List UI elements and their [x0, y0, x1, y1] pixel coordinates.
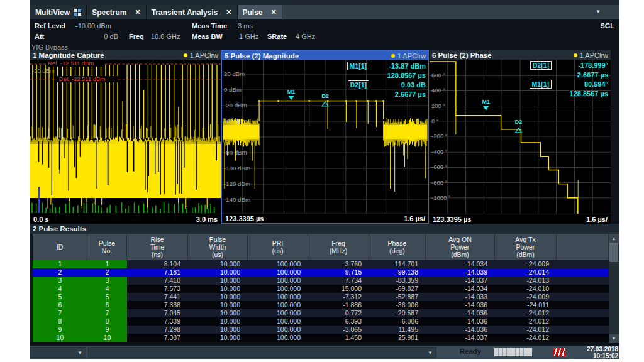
- table-row[interactable]: 447.57310.000100.00015.800-69.827-14.034…: [33, 285, 609, 293]
- table-cell: 10.000: [188, 268, 248, 277]
- pulse-phase-chart[interactable]: 600 °400 °200 °0 °-200 °-400 °-600 °-800…: [430, 60, 611, 214]
- column-header[interactable]: PRI (us): [248, 234, 308, 260]
- table-cell: -6.006: [369, 317, 426, 326]
- channel-tab-bar: MultiView Spectrum ✕ Transient Analysis …: [30, 5, 619, 19]
- tab-transient-analysis[interactable]: Transient Analysis ✕: [147, 5, 238, 19]
- multiview-grid-icon: [74, 9, 81, 16]
- pulse-results-window: 2 Pulse Results IDPulse No.Rise Time (ns…: [30, 224, 619, 343]
- table-cell: -1.886: [308, 301, 369, 309]
- table-row[interactable]: 887.33910.000100.0006.393-6.006-14.036-2…: [33, 317, 609, 326]
- table-cell: 7.339: [127, 317, 188, 326]
- table-row[interactable]: 777.04510.000100.000-0.772-20.587-14.036…: [33, 309, 609, 317]
- svg-text:-400 °: -400 °: [431, 148, 448, 155]
- table-cell: 2: [33, 268, 87, 277]
- table-cell: 100.000: [248, 334, 308, 342]
- table-cell: [557, 285, 609, 293]
- table-row[interactable]: 337.41010.000100.0007.734-83.359-14.037-…: [33, 277, 609, 285]
- status-dropdown-left[interactable]: ▼: [30, 347, 86, 358]
- column-header[interactable]: Avg Tx Power (dBm): [495, 234, 557, 260]
- table-row[interactable]: 118.10410.000100.000-3.760-114.701-14.03…: [33, 260, 609, 268]
- tab-multiview[interactable]: MultiView: [30, 5, 87, 19]
- column-header[interactable]: Freq (MHz): [308, 234, 369, 260]
- meas-bw-value: 1 GHz: [239, 33, 258, 40]
- diagram-area: 1 Magnitude Capture 1 APClrw Ref. -12.51…: [30, 50, 619, 224]
- column-header[interactable]: [557, 234, 609, 260]
- svg-text:M1: M1: [482, 99, 489, 105]
- window-title-bar[interactable]: 1 Magnitude Capture 1 APClrw: [30, 50, 221, 60]
- x-axis-bar: 123.3395 µs 1.6 µs/: [222, 213, 428, 223]
- scroll-up-button[interactable]: ▲: [609, 234, 619, 243]
- column-header[interactable]: Avg ON Power (dBm): [426, 234, 495, 260]
- x-axis-end: 3.0 ms: [196, 216, 218, 223]
- svg-text:-120 dBm: -120 dBm: [224, 180, 250, 187]
- trace-badge: 1 APClrw: [391, 52, 426, 60]
- table-cell: 100.000: [248, 301, 308, 309]
- column-header[interactable]: Pulse No.: [87, 234, 127, 260]
- trace-dot-icon: [574, 53, 577, 57]
- window-title-bar[interactable]: 6 Pulse (2) Phase 1 APClrw: [430, 50, 611, 60]
- table-row[interactable]: 997.29810.000100.000-3.06511.495-14.036-…: [33, 326, 609, 334]
- column-header[interactable]: Pulse Width (us): [188, 234, 248, 260]
- table-cell: [557, 268, 609, 277]
- table-row[interactable]: 667.33810.000100.000-1.886-36.006-14.036…: [33, 301, 609, 309]
- table-cell: 100.000: [248, 260, 308, 268]
- analyzer-screen: MultiView Spectrum ✕ Transient Analysis …: [30, 0, 619, 359]
- close-icon[interactable]: ✕: [226, 8, 231, 16]
- table-row[interactable]: 10107.38710.000100.0001.45025.901-14.037…: [33, 334, 609, 342]
- ref-level-value: -10.00 dBm: [75, 22, 111, 30]
- x-axis-start: 123.3395 µs: [433, 216, 471, 223]
- scrollbar-thumb[interactable]: [609, 243, 618, 262]
- svg-text:D2: D2: [515, 119, 522, 125]
- table-cell: 100.000: [248, 268, 308, 277]
- column-header[interactable]: Rise Time (ns): [127, 234, 188, 260]
- channel-info-bar[interactable]: Ref Level -10.00 dBm Meas Time 3 ms Att …: [30, 19, 619, 50]
- chevron-down-icon[interactable]: ▼: [596, 9, 601, 14]
- marker-readout: D2[1]-178.999° 2.6677 µs M1[1]80.594° 12…: [530, 61, 608, 98]
- table-cell: 10: [87, 334, 127, 342]
- table-cell: 10.000: [188, 285, 248, 293]
- record-date-icon: [553, 348, 566, 356]
- table-cell: -52.887: [369, 293, 426, 301]
- table-cell: -14.034: [426, 285, 495, 293]
- results-title-bar[interactable]: 2 Pulse Results: [30, 224, 619, 234]
- table-cell: 7.734: [308, 277, 369, 285]
- magnitude-capture-chart[interactable]: Ref. -12.511 dBmDet. -22.511 dBm-20 dBm: [30, 60, 221, 214]
- table-scrollbar[interactable]: ▲ ▼: [609, 234, 619, 343]
- scroll-down-button[interactable]: ▼: [609, 334, 619, 343]
- svg-text:-20 dBm: -20 dBm: [224, 102, 247, 109]
- table-row[interactable]: 227.18110.000100.0009.715-99.138-14.039-…: [33, 268, 609, 277]
- table-cell: 100.000: [248, 309, 308, 317]
- window-magnitude-capture[interactable]: 1 Magnitude Capture 1 APClrw Ref. -12.51…: [30, 50, 221, 224]
- table-cell: 7.338: [127, 301, 188, 309]
- window-top-edge: [30, 0, 619, 5]
- x-axis-scale: 1.6 µs/: [404, 215, 425, 222]
- results-table-header: IDPulse No.Rise Time (ns)Pulse Width (us…: [33, 234, 609, 260]
- table-cell: -14.039: [426, 268, 495, 277]
- table-cell: 2: [87, 268, 127, 277]
- window-pulse-magnitude[interactable]: 5 Pulse (2) Magnitude 1 APClrw 20 dBm0 d…: [221, 50, 429, 224]
- table-cell: -14.036: [426, 326, 495, 334]
- close-icon[interactable]: ✕: [135, 8, 140, 16]
- table-cell: -14.036: [426, 301, 495, 309]
- tab-pulse[interactable]: Pulse ✕: [238, 5, 282, 19]
- window-title: 5 Pulse (2) Magnitude: [225, 52, 299, 60]
- column-header[interactable]: ID: [33, 234, 87, 260]
- table-row[interactable]: 557.44110.000100.000-7.312-52.887-14.033…: [33, 293, 609, 301]
- pulse-magnitude-chart[interactable]: 20 dBm0 dBm-20 dBm-40 dBm-60 dBm-80 dBm-…: [222, 60, 428, 213]
- window-pulse-phase[interactable]: 6 Pulse (2) Phase 1 APClrw 600 °400 °200…: [429, 50, 611, 224]
- table-cell: 3: [33, 277, 87, 285]
- svg-text:Det. -22.511 dBm: Det. -22.511 dBm: [59, 75, 105, 82]
- column-header[interactable]: Phase (deg): [369, 234, 426, 260]
- tab-spectrum[interactable]: Spectrum ✕: [87, 5, 147, 19]
- chevron-down-icon[interactable]: ▼: [428, 350, 433, 356]
- table-cell: 10.000: [188, 309, 248, 317]
- table-cell: -24.014: [495, 268, 557, 277]
- srate-label: SRate: [267, 33, 287, 40]
- chevron-down-icon[interactable]: ▼: [77, 350, 82, 356]
- table-cell: 15.800: [308, 285, 369, 293]
- single-sweep-badge: SGL: [600, 22, 614, 30]
- status-message-box[interactable]: ▼: [88, 347, 436, 358]
- table-cell: -14.033: [426, 293, 495, 301]
- close-icon[interactable]: ✕: [271, 8, 277, 16]
- window-title-bar[interactable]: 5 Pulse (2) Magnitude 1 APClrw: [222, 51, 428, 60]
